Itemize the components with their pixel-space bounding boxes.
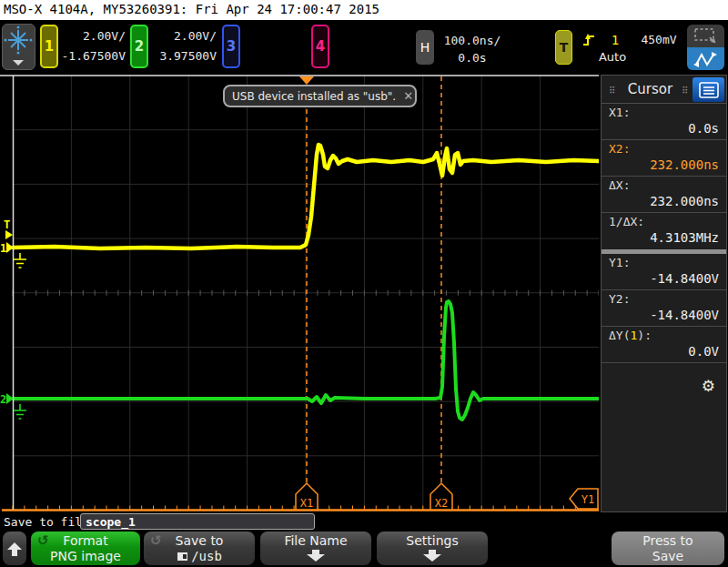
cursor-x1-row-label: X1: (609, 106, 719, 119)
channel-1-scale: 2.00V/ (60, 26, 126, 46)
cursor-panel: ⠿ Cursor ⠿ X1: 0.0s X2: 232.000ns ΔX: 23… (601, 75, 727, 512)
channel-3-button[interactable]: 3 (222, 25, 240, 68)
trigger-level-marker[interactable] (5, 230, 13, 239)
menu-list-icon (698, 81, 720, 99)
trigger-mode: Auto (590, 50, 635, 64)
cursor-y1-row-label: Y1: (609, 256, 719, 269)
cursor-row-x2[interactable]: X2: 232.000ns (602, 140, 726, 177)
oscilloscope-screen: MSO-X 4104A, MY53260391: Fri Apr 24 17:0… (0, 0, 728, 567)
press-to-save-softkey[interactable]: Press to Save (612, 532, 724, 565)
save-to-path: /usb (191, 549, 222, 564)
toolbar: 1 2.00V/ -1.67500V 2 2.00V/ 3.97500V 3 4… (0, 20, 728, 75)
format-softkey[interactable]: ↺ Format PNG image (31, 532, 140, 565)
timebase-position: 0.0s (437, 49, 508, 66)
usb-notification-text: USB device installed as "usb". (232, 90, 396, 103)
zoom-select-button[interactable] (687, 25, 724, 47)
dashed-rect-icon (693, 26, 720, 46)
cursor-x2-row-label: X2: (609, 142, 719, 156)
cursors-button[interactable] (687, 47, 724, 70)
trigger-button[interactable]: T (555, 30, 572, 65)
horizontal-button[interactable]: H (416, 30, 434, 65)
channel-1-offset: -1.67500V (60, 46, 126, 66)
channel-1-marker-label: 1 (0, 242, 6, 255)
cycle-icon: ↺ (37, 533, 49, 549)
press-to-save-line2: Save (612, 549, 724, 564)
trigger-level: 450mV (632, 33, 685, 46)
softkey-bar: Save to file = ↺ Format PNG image ↺ Save… (0, 512, 728, 567)
horizontal-readout[interactable]: 100.0ns/ 0.0s (437, 30, 508, 66)
cursor-row-x1[interactable]: X1: 0.0s (602, 104, 726, 140)
cursor-y1-row-value: -14.8400V (609, 271, 719, 286)
usb-notification-popup: USB device installed as "usb". ✕ (223, 85, 417, 107)
cycle-icon: ↺ (150, 533, 162, 549)
cursor-row-y2[interactable]: Y2: -14.8400V (602, 290, 726, 327)
timebase-scale: 100.0ns/ (437, 32, 508, 49)
trigger-position-marker[interactable] (299, 76, 314, 85)
spark-logo-icon (3, 25, 35, 69)
cursor-x1-label: X1 (300, 497, 313, 510)
cursor-row-y1[interactable]: Y1: -14.8400V (602, 254, 726, 290)
channel-2-marker-label: 2 (0, 393, 6, 406)
channel-2-readout[interactable]: 2.00V/ 3.97500V (151, 25, 217, 66)
dy-label-post: ): (637, 329, 652, 342)
channel-1-readout[interactable]: 2.00V/ -1.67500V (60, 25, 126, 66)
channel-2-offset: 3.97500V (151, 46, 217, 66)
cursor-panel-header[interactable]: ⠿ Cursor ⠿ (602, 76, 726, 104)
press-to-save-line1: Press to (612, 533, 724, 549)
trigger-level-label: T (4, 218, 10, 231)
drive-icon (177, 552, 188, 562)
cursor-dx-row-value: 232.000ns (609, 194, 719, 208)
channel-1-ground-icon (14, 253, 26, 268)
cursor-x1-row-value: 0.0s (609, 121, 719, 136)
format-value: PNG image (31, 549, 140, 564)
toolbar-right-buttons (687, 25, 724, 70)
cursor-menu-button[interactable] (693, 77, 724, 102)
menu-logo-button[interactable] (2, 24, 35, 70)
cursor-dy-row-value: 0.0V (609, 344, 719, 359)
settings-label: Settings (377, 533, 488, 549)
cursor-row-dx[interactable]: ΔX: 232.000ns (602, 177, 726, 213)
channel-4-button[interactable]: 4 (311, 25, 329, 68)
arrow-down-icon (422, 550, 442, 562)
chevron-down-icon (13, 60, 24, 66)
cursor-x2-label: X2 (435, 497, 448, 510)
cursor-y2-row-value: -14.8400V (609, 308, 719, 322)
arrow-up-icon (6, 542, 23, 557)
cursor-dy-row-label: ΔY(1): (609, 329, 719, 342)
back-up-button[interactable] (3, 532, 26, 565)
dy-label-pre: ΔY( (609, 329, 630, 342)
arrow-down-icon (306, 550, 326, 562)
channel-1-button[interactable]: 1 (40, 25, 58, 68)
filename-input[interactable] (80, 513, 315, 530)
cursor-inv-dx-row-value: 4.3103MHz (609, 230, 719, 245)
rising-edge-icon (582, 33, 597, 47)
settings-softkey[interactable]: Settings (377, 532, 488, 565)
cursor-y2-row-label: Y2: (609, 292, 719, 306)
save-to-softkey[interactable]: ↺ Save to /usb (144, 532, 255, 565)
channel-2-ground-icon (14, 404, 26, 419)
close-icon[interactable]: ✕ (403, 89, 413, 103)
waveform-display: T 1 2 X1 X2 Y1 (0, 75, 599, 512)
title-bar: MSO-X 4104A, MY53260391: Fri Apr 24 17:0… (0, 0, 728, 20)
drag-handle-icon[interactable]: ⠿ (682, 86, 688, 96)
cursor-row-inv-dx[interactable]: 1/ΔX: 4.3103MHz (602, 213, 726, 249)
cursor-dx-row-label: ΔX: (609, 178, 719, 192)
cursor-x2-row-value: 232.000ns (609, 157, 719, 172)
cursor-row-dy[interactable]: ΔY(1): 0.0V (602, 327, 726, 363)
cursor-inv-dx-row-label: 1/ΔX: (609, 215, 719, 228)
waveform-cursors-icon (693, 49, 720, 69)
channel-2-scale: 2.00V/ (151, 26, 217, 46)
waveform-svg: T 1 2 X1 X2 Y1 (0, 75, 599, 512)
gear-icon[interactable]: ⚙ (702, 377, 715, 395)
channel-2-button[interactable]: 2 (130, 25, 148, 68)
file-name-label: File Name (260, 533, 371, 549)
trigger-source: 1 (608, 33, 622, 47)
cursor-y1-label: Y1 (581, 493, 594, 506)
file-name-softkey[interactable]: File Name (260, 532, 371, 565)
